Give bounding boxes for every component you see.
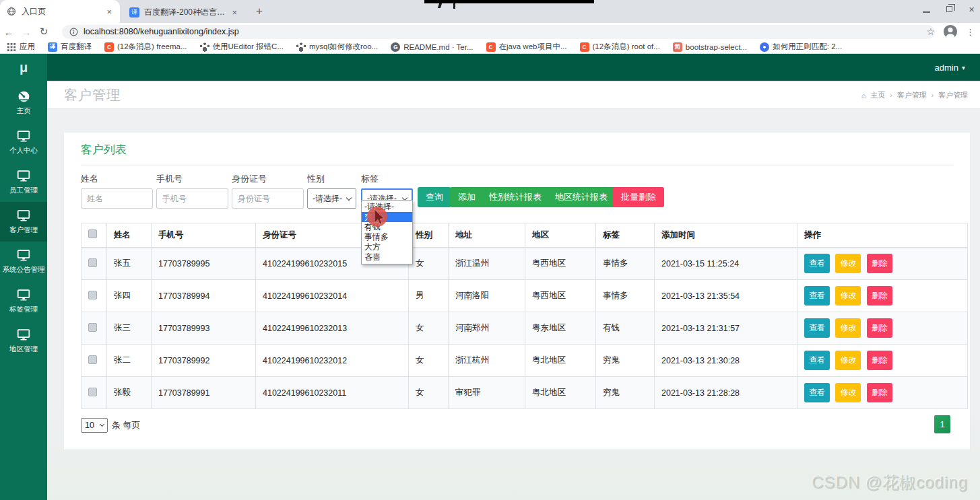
sidebar-item-notice[interactable]: 系统公告管理 — [0, 242, 47, 281]
chevron-down-icon — [346, 194, 352, 200]
row-checkbox[interactable] — [88, 291, 97, 299]
page-1-button[interactable]: 1 — [934, 415, 950, 433]
row-checkbox[interactable] — [88, 323, 97, 332]
window-minimize-button[interactable] — [923, 11, 930, 13]
query-button[interactable]: 查询 — [418, 187, 451, 207]
bookmark-item[interactable]: mysql如何修改roo... — [296, 42, 378, 52]
sidebar-item-region[interactable]: 地区管理 — [0, 321, 47, 361]
edit-button[interactable]: 修改 — [835, 383, 861, 402]
view-button[interactable]: 查看 — [804, 254, 830, 273]
bookmark-item[interactable]: C 在java web项目中... — [486, 42, 567, 52]
bookmark-label: 应用 — [20, 42, 35, 52]
bookmark-item[interactable]: 译 百度翻译 — [48, 42, 92, 52]
table-header-cell[interactable]: 标签 — [596, 223, 655, 248]
table-header-cell[interactable]: 操作 — [797, 223, 968, 248]
bookmark-label: 在java web项目中... — [499, 42, 567, 52]
breadcrumb-separator: › — [890, 92, 892, 99]
sidebar-item-home[interactable]: 主页 — [0, 83, 47, 122]
dashboard-icon — [17, 90, 31, 104]
window-maximize-button[interactable] — [946, 6, 952, 12]
reload-button[interactable]: ↻ — [35, 26, 53, 38]
back-button[interactable]: ← — [0, 26, 18, 38]
site-info-icon[interactable] — [69, 28, 78, 36]
delete-button[interactable]: 删除 — [867, 318, 892, 338]
bookmark-item[interactable]: C (12条消息) freema... — [104, 42, 187, 52]
dropdown-option[interactable]: 事情多 — [362, 232, 412, 242]
add-button[interactable]: 添加 — [450, 187, 484, 207]
bookmark-item[interactable]: 使用UEditor 报错C... — [200, 42, 284, 52]
bookmark-item[interactable]: 如何用正则匹配: 2... — [760, 42, 842, 52]
admin-menu[interactable]: admin ▾ — [935, 54, 965, 81]
view-button[interactable]: 查看 — [804, 351, 830, 370]
filter-name: 姓名 — [81, 173, 153, 209]
table-header-cell[interactable]: 地区 — [525, 223, 596, 248]
page-title: 客户管理 — [64, 86, 121, 104]
gender-select[interactable]: -请选择- — [307, 188, 356, 209]
tab-baidu-translate[interactable]: 译 百度翻译-200种语言互译、沟通 × — [123, 1, 244, 23]
name-input[interactable] — [81, 188, 153, 209]
tab-close-icon[interactable]: × — [230, 8, 238, 17]
view-button[interactable]: 查看 — [804, 318, 830, 338]
delete-button[interactable]: 删除 — [867, 286, 892, 306]
bookmark-item[interactable]: 应用 — [7, 42, 35, 52]
page-size-select[interactable]: 10 — [81, 418, 108, 433]
delete-button[interactable]: 删除 — [867, 383, 892, 402]
app-logo[interactable]: μ — [0, 54, 47, 81]
cell-region: 粤西地区 — [525, 280, 596, 312]
edit-button[interactable]: 修改 — [835, 318, 861, 338]
table-header-cell[interactable]: 性别 — [409, 223, 449, 248]
filter-row: 姓名 手机号 身份证号 性别 -请选择- 标签 -请选 — [81, 173, 953, 216]
sidebar-item-label: 员工管理 — [9, 186, 38, 195]
view-button[interactable]: 查看 — [804, 286, 830, 306]
profile-avatar[interactable] — [943, 24, 958, 39]
browser-menu-icon[interactable]: ⋮ — [966, 27, 975, 37]
bookmark-favicon: 译 — [48, 42, 57, 52]
row-checkbox[interactable] — [88, 355, 97, 364]
table-header-cell[interactable]: 地址 — [449, 223, 525, 248]
sidebar-item-profile[interactable]: 个人中心 — [0, 122, 47, 162]
watermark: CSDN @花椒coding — [812, 472, 968, 493]
delete-button[interactable]: 删除 — [867, 351, 892, 370]
table-header-cell[interactable]: 手机号 — [152, 223, 256, 248]
cell-tag: 有钱 — [596, 312, 655, 345]
filter-phone: 手机号 — [156, 173, 228, 209]
batch-delete-button[interactable]: 批量删除 — [613, 187, 664, 207]
edit-button[interactable]: 修改 — [835, 351, 861, 370]
bookmark-star-icon[interactable]: ☆ — [926, 26, 935, 37]
select-all-checkbox[interactable] — [88, 229, 97, 238]
edit-button[interactable]: 修改 — [835, 254, 861, 273]
breadcrumb-home[interactable]: 主页 — [870, 90, 885, 100]
dropdown-option[interactable]: 吝啬 — [362, 252, 412, 262]
sidebar-item-tag[interactable]: 标签管理 — [0, 281, 47, 321]
window-close-button[interactable]: × — [969, 4, 975, 14]
edit-button[interactable]: 修改 — [835, 286, 861, 306]
new-tab-button[interactable]: + — [253, 5, 266, 18]
panel-title: 客户列表 — [81, 142, 953, 166]
row-checkbox[interactable] — [88, 258, 97, 267]
bookmark-item[interactable]: 简 bootstrap-select... — [673, 42, 747, 52]
tab-close-icon[interactable]: × — [105, 7, 113, 16]
breadcrumb: ⌂ 主页 › 客户管理 › 客户管理 — [861, 90, 968, 100]
view-button[interactable]: 查看 — [804, 383, 830, 402]
cell-phone: 17703789995 — [152, 248, 256, 280]
browser-toolbar: ← → ↻ localhost:8080/kehuguanlixitong/in… — [0, 23, 980, 40]
table-header-cell[interactable]: 姓名 — [107, 223, 152, 248]
table-header-cell[interactable]: 添加时间 — [655, 223, 797, 248]
phone-input[interactable] — [156, 188, 228, 209]
sidebar-item-employee[interactable]: 员工管理 — [0, 162, 47, 202]
bookmark-item[interactable]: G README.md · Ter... — [391, 42, 473, 52]
tab-entry-page[interactable]: 入口页 × — [0, 0, 120, 23]
bookmark-item[interactable]: C (12条消息) root of... — [580, 42, 660, 52]
delete-button[interactable]: 删除 — [867, 254, 892, 273]
bookmark-favicon — [296, 42, 306, 52]
cell-idcard: 410224199610232013 — [256, 312, 409, 345]
address-bar[interactable]: localhost:8080/kehuguanlixitong/index.js… — [62, 25, 935, 39]
idcard-input[interactable] — [232, 188, 304, 209]
region-report-button[interactable]: 地区统计报表 — [547, 187, 616, 207]
gender-report-button[interactable]: 性别统计报表 — [481, 187, 550, 207]
row-checkbox[interactable] — [88, 388, 97, 396]
sidebar-item-customer[interactable]: 客户管理 — [0, 202, 47, 242]
dropdown-option[interactable]: 大方 — [362, 242, 412, 252]
breadcrumb-module[interactable]: 客户管理 — [897, 90, 927, 100]
cell-created: 2021-03-13 21:30:28 — [655, 345, 797, 377]
